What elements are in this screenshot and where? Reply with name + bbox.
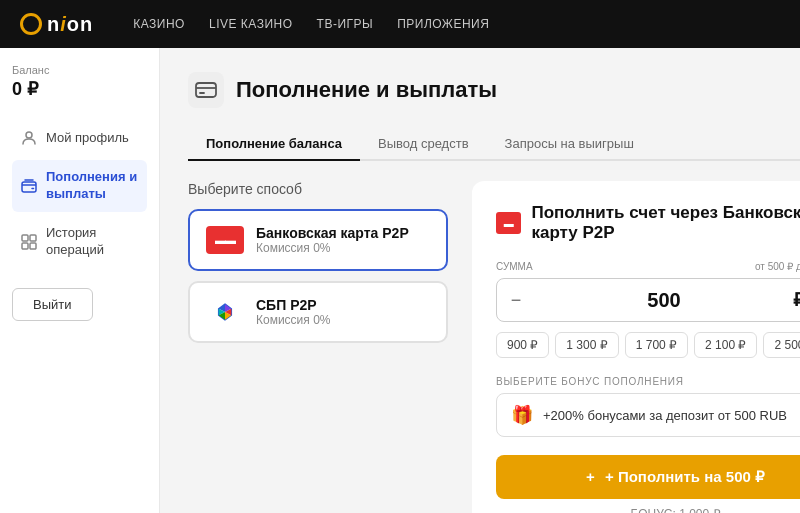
balance-label: Баланс	[12, 64, 147, 76]
svg-point-0	[26, 132, 32, 138]
method-card-bank[interactable]: ▬▬ Банковская карта P2P Комиссия 0%	[188, 209, 448, 271]
svg-rect-2	[22, 235, 28, 241]
quick-amount-2[interactable]: 1 700 ₽	[625, 332, 688, 358]
method-name-sbp: СБП P2P	[256, 297, 331, 313]
methods-title: Выберите способ	[188, 181, 448, 197]
quick-amount-4[interactable]: 2 500 ₽	[763, 332, 800, 358]
deposit-plus-icon: +	[586, 468, 595, 485]
bonus-select[interactable]: 🎁 +200% бонусами за депозит от 500 RUB ▾	[496, 393, 800, 437]
nav-apps[interactable]: ПРИЛОЖЕНИЯ	[397, 17, 489, 31]
sidebar-item-history-label: История операций	[46, 225, 139, 259]
method-name-bank: Банковская карта P2P	[256, 225, 409, 241]
tabs-bar: Пополнение баланса Вывод средств Запросы…	[188, 128, 800, 161]
grid-icon	[20, 233, 38, 251]
tab-withdraw[interactable]: Вывод средств	[360, 128, 487, 161]
quick-amounts: 900 ₽ 1 300 ₽ 1 700 ₽ 2 100 ₽ 2 500 ₽	[496, 332, 800, 358]
deposit-button[interactable]: + + Пополнить на 500 ₽	[496, 455, 800, 499]
header: nion КАЗИНО LIVE КАЗИНО ТВ-ИГРЫ ПРИЛОЖЕН…	[0, 0, 800, 48]
logo[interactable]: nion	[20, 13, 93, 36]
main-content: Пополнение и выплаты Пополнение баланса …	[160, 48, 800, 513]
bonus-info: БОНУС: 1 000 ₽	[496, 507, 800, 513]
sidebar-item-payments-label: Пополнения и выплаты	[46, 169, 139, 203]
tab-deposit[interactable]: Пополнение баланса	[188, 128, 360, 161]
page-title: Пополнение и выплаты	[236, 77, 497, 103]
bonus-icon: 🎁	[511, 404, 533, 426]
deposit-card-icon: ▬	[496, 212, 521, 234]
svg-rect-1	[22, 182, 36, 192]
content-row: Выберите способ ▬▬ Банковская карта P2P …	[188, 181, 800, 513]
sidebar-item-profile-label: Мой профиль	[46, 130, 129, 147]
main-nav: КАЗИНО LIVE КАЗИНО ТВ-ИГРЫ ПРИЛОЖЕНИЯ	[133, 17, 489, 31]
svg-rect-6	[196, 83, 216, 97]
sidebar-item-history[interactable]: История операций	[12, 216, 147, 268]
deposit-panel: ▬ Пополнить счет через Банковскую карту …	[472, 181, 800, 513]
nav-live-casino[interactable]: LIVE КАЗИНО	[209, 17, 293, 31]
deposit-panel-title: ▬ Пополнить счет через Банковскую карту …	[496, 203, 800, 243]
logo-circle	[20, 13, 42, 35]
sidebar-item-payments[interactable]: Пополнения и выплаты	[12, 160, 147, 212]
svg-rect-3	[30, 235, 36, 241]
logo-text: nion	[47, 13, 93, 36]
amount-row: − ₽ +	[496, 278, 800, 322]
tab-requests[interactable]: Запросы на выигрыш	[487, 128, 652, 161]
quick-amount-0[interactable]: 900 ₽	[496, 332, 549, 358]
svg-rect-5	[30, 243, 36, 249]
nav-casino[interactable]: КАЗИНО	[133, 17, 185, 31]
nav-tv-games[interactable]: ТВ-ИГРЫ	[317, 17, 374, 31]
bonus-section-label: ВЫБЕРИТЕ БОНУС ПОПОЛНЕНИЯ	[496, 376, 800, 387]
amount-input[interactable]	[535, 289, 793, 312]
method-commission-bank: Комиссия 0%	[256, 241, 409, 255]
quick-amount-1[interactable]: 1 300 ₽	[555, 332, 618, 358]
sidebar: Баланс 0 ₽ Мой профиль Пополнения и в	[0, 48, 160, 513]
balance-value: 0 ₽	[12, 78, 147, 100]
sbp-icon	[206, 298, 244, 326]
bank-card-icon: ▬▬	[206, 226, 244, 254]
page-icon	[188, 72, 224, 108]
layout: Баланс 0 ₽ Мой профиль Пополнения и в	[0, 48, 800, 513]
user-icon	[20, 129, 38, 147]
method-info-bank: Банковская карта P2P Комиссия 0%	[256, 225, 409, 255]
methods-panel: Выберите способ ▬▬ Банковская карта P2P …	[188, 181, 448, 353]
method-info-sbp: СБП P2P Комиссия 0%	[256, 297, 331, 327]
amount-section-label: СУММА от 500 ₽ до 100 000 ₽	[496, 261, 800, 272]
decrease-amount-button[interactable]: −	[497, 279, 535, 321]
logout-button[interactable]: Выйти	[12, 288, 93, 321]
method-commission-sbp: Комиссия 0%	[256, 313, 331, 327]
sidebar-item-profile[interactable]: Мой профиль	[12, 120, 147, 156]
quick-amount-3[interactable]: 2 100 ₽	[694, 332, 757, 358]
bonus-text: +200% бонусами за депозит от 500 RUB	[543, 408, 800, 423]
currency-symbol: ₽	[793, 289, 800, 311]
wallet-icon	[20, 177, 38, 195]
method-card-sbp[interactable]: СБП P2P Комиссия 0%	[188, 281, 448, 343]
page-header: Пополнение и выплаты	[188, 72, 800, 108]
svg-rect-4	[22, 243, 28, 249]
